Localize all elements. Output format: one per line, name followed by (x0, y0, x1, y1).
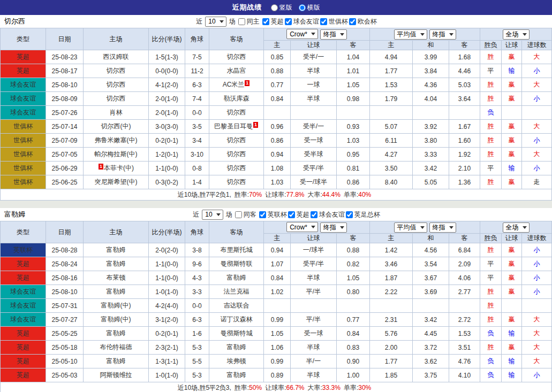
filters-bar: 近 10 场 同客 英联杯英超球会友谊英足总杯 (25, 210, 548, 220)
outcome-result: 胜 (480, 313, 502, 327)
asia-home-odds: 1.02 (264, 285, 291, 299)
view-option-horizontal[interactable]: 横版 (299, 3, 320, 12)
asia-type-select[interactable]: 终指 (320, 29, 347, 40)
match-score: 1-2(0-1) (149, 148, 185, 162)
match-count-select[interactable]: 10 (202, 210, 223, 220)
horizontal-view-radio[interactable] (299, 4, 306, 11)
league-filter[interactable]: 英超 (288, 210, 309, 219)
same-venue-filter[interactable]: 同客 (235, 210, 256, 219)
chevron-down-icon (420, 33, 425, 36)
match-row: 世俱杯25-06-291本菲卡(中)1-1(0-0)0-8切尔西1.08受平/半… (1, 162, 552, 175)
league-checkbox[interactable] (262, 18, 269, 25)
same-venue-checkbox[interactable] (238, 18, 245, 25)
euro-odds-selectors: 平均值终指 (370, 28, 480, 41)
matches-table: 类型 日期 主场 比分(半场) 角球 客场 Crow*终指 平均值终指 全场 主… (0, 28, 552, 189)
euro-away-odds (449, 299, 480, 313)
corners: 6-3 (185, 78, 209, 92)
league-filter[interactable]: 世俱杯 (320, 17, 348, 26)
team-name: 富勒姆 (107, 329, 126, 337)
league-checkbox[interactable] (349, 18, 356, 25)
outcome-result: 胜 (480, 285, 502, 299)
team-name: 诺丁汉森林 (221, 316, 253, 323)
vertical-view-radio[interactable] (271, 4, 278, 11)
euro-draw-odds: 4.56 (413, 243, 449, 257)
euro-type-select[interactable]: 终指 (429, 29, 456, 40)
asia-handicap: 半球 (291, 271, 337, 285)
corners: 5-5 (185, 355, 209, 368)
col-away: 客场 (209, 28, 264, 50)
chevron-down-icon (311, 33, 315, 35)
asia-type-select[interactable]: 终指 (320, 222, 347, 233)
asia-home-odds: 0.88 (264, 64, 291, 78)
asia-source-select[interactable]: Crow* (286, 29, 318, 39)
league-type-badge: 英超 (1, 355, 46, 368)
euro-draw-odds: 3.69 (413, 285, 449, 299)
asia-handicap: 受半/一 (291, 120, 337, 134)
match-score: 0-3(0-2) (149, 175, 185, 189)
euro-source-select[interactable]: 平均值 (394, 29, 427, 40)
league-checkbox[interactable] (346, 211, 353, 218)
league-label: 英足总杯 (354, 210, 380, 219)
league-filter[interactable]: 球会友谊 (311, 210, 345, 219)
euro-type-value: 终指 (433, 223, 445, 232)
asia-handicap: 半球 (291, 341, 337, 355)
league-checkbox[interactable] (311, 211, 317, 218)
league-filter[interactable]: 英超 (262, 17, 284, 26)
euro-draw-odds: 3.42 (413, 162, 449, 175)
match-score: 2-0(2-0) (149, 243, 185, 257)
view-option-vertical[interactable]: 竖版 (271, 3, 292, 12)
goals-result: 大 (522, 341, 552, 355)
euro-away-odds: 2.72 (449, 313, 480, 327)
same-venue-filter[interactable]: 同主 (238, 17, 260, 26)
corners: 11-2 (185, 64, 209, 78)
scope-select[interactable]: 全场 (503, 29, 530, 40)
asia-away-odds: 0.82 (337, 257, 370, 271)
match-score: 1-1(0-0) (149, 257, 185, 271)
league-checkbox[interactable] (288, 211, 295, 218)
euro-home-odds: 1.79 (370, 92, 413, 106)
team-name: 布莱顿 (107, 274, 126, 281)
euro-home-odds: 3.46 (370, 257, 413, 271)
outcome-result: 平 (480, 271, 502, 285)
euro-source-select[interactable]: 平均值 (394, 222, 427, 233)
league-checkbox[interactable] (259, 211, 266, 218)
scope-select[interactable]: 全场 (503, 222, 530, 233)
away-team-cell: 水晶宫 (209, 64, 264, 78)
away-team-cell: 勒沃库森 (209, 92, 264, 106)
asia-home-odds: 0.86 (264, 134, 291, 148)
matches-table: 类型 日期 主场 比分(半场) 角球 客场 Crow*终指 平均值终指 全场 主… (0, 221, 552, 382)
league-checkbox[interactable] (285, 18, 292, 25)
match-row: 英联杯25-08-28富勒姆2-0(2-0)3-8布里斯托城0.94一/球半0.… (1, 243, 552, 257)
team-name: 富勒姆(中) (101, 302, 131, 309)
goals-result: 大 (522, 148, 552, 162)
red-card-badge: 1 (99, 164, 103, 170)
match-score: 2-0(1-0) (149, 92, 185, 106)
match-score: 0-0(0-0) (149, 64, 185, 78)
league-filter[interactable]: 英联杯 (259, 210, 287, 219)
league-filter[interactable]: 球会友谊 (285, 17, 319, 26)
asia-source-select[interactable]: Crow* (286, 222, 318, 232)
match-date: 25-06-29 (46, 162, 84, 175)
same-venue-checkbox[interactable] (235, 211, 242, 218)
summary-stat-value: 50% (249, 384, 262, 391)
euro-draw-odds: 3.62 (413, 355, 449, 368)
summary-stat-label: 大率: (308, 190, 322, 199)
euro-type-select[interactable]: 终指 (429, 222, 456, 233)
asia-home-odds: 0.99 (264, 313, 291, 327)
asia-home-odds: 0.77 (264, 78, 291, 92)
filters-bar: 近 10 场 同主 英超球会友谊世俱杯欧会杯 (25, 17, 548, 27)
league-filters: 英联杯英超球会友谊英足总杯 (259, 210, 380, 219)
team-name: 突尼斯希望(中) (95, 178, 138, 186)
away-team-cell: 诺丁汉森林 (209, 313, 264, 327)
league-filter[interactable]: 欧会杯 (349, 17, 377, 26)
home-team-cell: 富勒姆 (84, 327, 149, 341)
match-count-select[interactable]: 10 (205, 17, 226, 27)
league-filter[interactable]: 英足总杯 (346, 210, 380, 219)
league-checkbox[interactable] (320, 18, 327, 25)
match-date: 25-06-25 (46, 175, 84, 189)
euro-draw-odds: 3.99 (413, 50, 449, 64)
asia-type-value: 终指 (323, 30, 336, 39)
home-team-cell: 富勒姆 (84, 257, 149, 271)
league-type-badge: 世俱杯 (1, 134, 46, 148)
home-team-cell: 富勒姆 (84, 243, 149, 257)
